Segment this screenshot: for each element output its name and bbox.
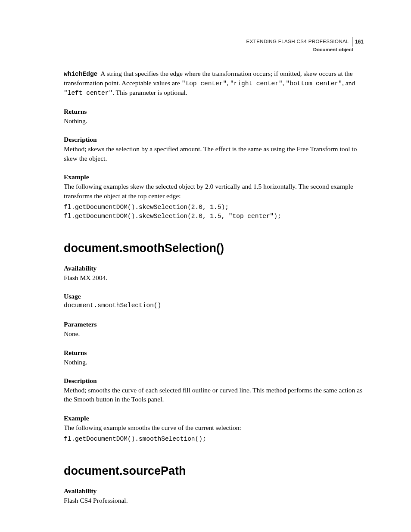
method-heading-smoothselection: document.smoothSelection(): [64, 242, 364, 255]
skew-example-code: fl.getDocumentDOM().skewSelection(2.0, 1…: [64, 203, 364, 221]
smooth-returns-body: Nothing.: [64, 358, 364, 367]
smooth-example-code: fl.getDocumentDOM().smoothSelection();: [64, 435, 364, 444]
skew-returns-heading: Returns: [64, 108, 364, 115]
smooth-usage-heading: Usage: [64, 292, 364, 300]
smooth-availability-body: Flash MX 2004.: [64, 273, 364, 282]
smooth-example-body: The following example smooths the curve …: [64, 423, 364, 432]
smooth-description-heading: Description: [64, 377, 364, 385]
page: EXTENDING FLASH CS4 PROFESSIONAL 161 Doc…: [0, 0, 411, 532]
header-page-number: 161: [355, 38, 364, 45]
smooth-availability-heading: Availability: [64, 264, 364, 272]
sourcepath-availability-heading: Availability: [64, 487, 364, 495]
content: whichEdge A string that specifies the ed…: [64, 69, 364, 505]
skew-example-heading: Example: [64, 173, 364, 181]
param-val-left: "left center": [64, 90, 112, 96]
skew-description-body: Method; skews the selection by a specifi…: [64, 144, 364, 163]
header-book-title: EXTENDING FLASH CS4 PROFESSIONAL: [246, 38, 349, 45]
param-whichedge: whichEdge A string that specifies the ed…: [64, 69, 364, 97]
smooth-parameters-heading: Parameters: [64, 320, 364, 328]
sourcepath-availability-body: Flash CS4 Professional.: [64, 496, 364, 505]
header-divider: [352, 37, 352, 47]
param-val-right: "right center": [230, 80, 283, 87]
skew-description-heading: Description: [64, 136, 364, 143]
method-heading-sourcepath: document.sourcePath: [64, 464, 364, 478]
smooth-parameters-body: None.: [64, 329, 364, 338]
skew-returns-body: Nothing.: [64, 116, 364, 125]
smooth-description-body: Method; smooths the curve of each select…: [64, 386, 364, 404]
smooth-returns-heading: Returns: [64, 349, 364, 357]
skew-example-body: The following examples skew the selected…: [64, 182, 364, 200]
smooth-usage-code: document.smoothSelection(): [64, 301, 364, 310]
param-text-2: . This parameter is optional.: [112, 89, 187, 96]
param-val-bottom: "bottom center": [286, 80, 342, 87]
param-val-top: "top center": [182, 80, 227, 87]
header-section: Document object: [246, 47, 364, 53]
running-header: EXTENDING FLASH CS4 PROFESSIONAL 161 Doc…: [246, 37, 364, 53]
param-name: whichEdge: [64, 71, 97, 78]
smooth-example-heading: Example: [64, 414, 364, 422]
